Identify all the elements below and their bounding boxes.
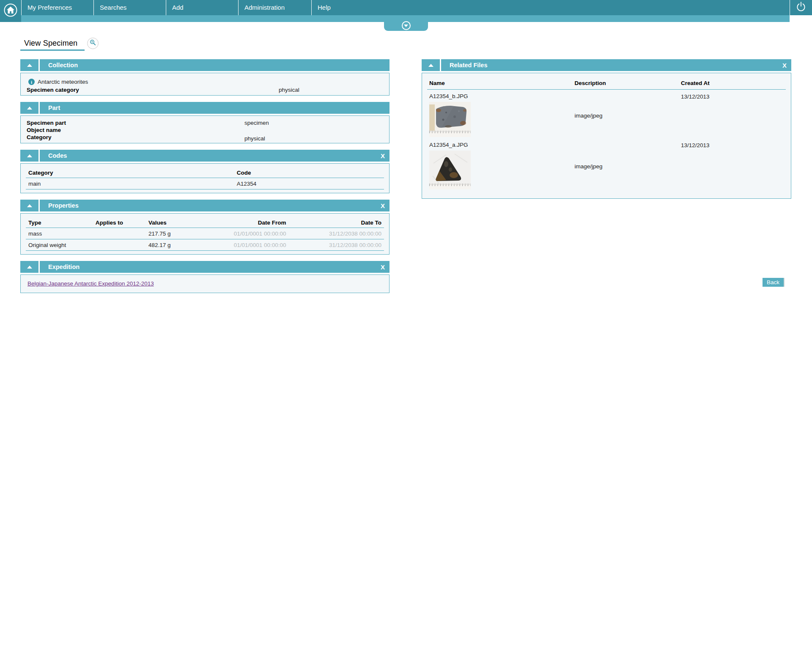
file-description: image/jpeg	[575, 93, 681, 138]
file-row: A12354_a.JPG	[427, 138, 786, 191]
properties-table-row: mass 217.75 g 01/01/0001 00:00:00 31/12/…	[26, 228, 384, 239]
logout-button[interactable]	[790, 0, 812, 15]
expedition-collapse-button[interactable]	[20, 261, 40, 273]
nav-item-searches[interactable]: Searches	[93, 0, 166, 15]
nav-item-help[interactable]: Help	[311, 0, 384, 15]
properties-column-type: Type	[28, 219, 96, 226]
related-files-column: Related Files X Name Description Created…	[422, 59, 791, 205]
files-column-name: Name	[429, 80, 575, 86]
expedition-panel-title: Expedition	[40, 263, 80, 270]
file-created-at: 13/12/2013	[681, 93, 784, 138]
properties-table-row: Original weight 482.17 g 01/01/0001 00:0…	[26, 239, 384, 251]
nav-label: My Preferences	[27, 4, 72, 11]
info-icon: i	[28, 79, 35, 85]
field-label-specimen-category: Specimen category	[27, 87, 79, 93]
triangle-up-icon	[27, 266, 32, 269]
properties-column-date-to: Date To	[286, 219, 381, 226]
expedition-link[interactable]: Belgian-Japanese Antarctic Expedition 20…	[27, 280, 154, 287]
home-button[interactable]	[0, 0, 21, 22]
property-date-to: 31/12/2038 00:00:00	[286, 230, 381, 237]
toolbar-expand-tab[interactable]	[384, 22, 428, 31]
triangle-up-icon	[27, 64, 32, 67]
file-created-at: 13/12/2013	[681, 142, 784, 191]
property-type: mass	[28, 230, 96, 237]
property-applies-to	[96, 242, 148, 248]
field-value-specimen-part: specimen	[244, 119, 269, 126]
property-value: 482.17 g	[148, 242, 205, 248]
top-navigation-bar: My Preferences Searches Add Administrati…	[0, 0, 812, 15]
nav-label: Searches	[100, 4, 126, 11]
nav-item-administration[interactable]: Administration	[238, 0, 311, 15]
property-date-from: 01/01/0001 00:00:00	[205, 230, 286, 237]
file-name: A12354_b.JPG	[429, 93, 575, 99]
triangle-up-icon	[428, 64, 433, 67]
part-collapse-button[interactable]	[20, 102, 40, 114]
codes-panel-title: Codes	[40, 152, 67, 159]
codes-column-code: Code	[237, 170, 381, 176]
properties-column-applies-to: Applies to	[96, 219, 148, 226]
view-options-button[interactable]	[87, 38, 99, 49]
file-row: A12354_b.JPG	[427, 90, 786, 138]
nav-label: Add	[172, 4, 184, 11]
power-icon	[795, 1, 807, 14]
triangle-up-icon	[27, 204, 32, 207]
triangle-up-icon	[27, 154, 32, 157]
collection-collapse-button[interactable]	[20, 59, 40, 71]
nav-label: Administration	[244, 4, 285, 11]
chevron-down-icon	[402, 21, 411, 30]
related-files-close-button[interactable]: X	[782, 62, 791, 69]
expedition-panel: Expedition X Belgian-Japanese Antarctic …	[20, 261, 390, 293]
page-title-underline	[20, 49, 85, 51]
file-description: image/jpeg	[575, 142, 681, 191]
files-column-created-at: Created At	[681, 80, 784, 86]
collection-name: Antarctic meteorites	[38, 79, 88, 85]
magnifier-icon	[90, 39, 96, 47]
property-date-to: 31/12/2038 00:00:00	[286, 242, 381, 248]
properties-collapse-button[interactable]	[20, 200, 40, 211]
related-files-panel-title: Related Files	[441, 62, 487, 69]
field-label-object-name: Object name	[27, 127, 61, 133]
property-type: Original weight	[28, 242, 96, 248]
file-thumbnail-a12354-a[interactable]	[429, 151, 575, 191]
property-date-from: 01/01/0001 00:00:00	[205, 242, 286, 248]
code-category-value: main	[28, 181, 237, 187]
nav-item-add[interactable]: Add	[166, 0, 238, 15]
collection-panel-title: Collection	[40, 62, 78, 69]
triangle-up-icon	[27, 107, 32, 110]
codes-panel: Codes X Category Code main A12354	[20, 150, 390, 193]
page-title: View Specimen	[24, 39, 77, 48]
part-panel-title: Part	[40, 104, 60, 111]
nav-item-my-preferences[interactable]: My Preferences	[21, 0, 93, 15]
related-files-collapse-button[interactable]	[422, 59, 441, 71]
codes-close-button[interactable]: X	[381, 152, 390, 159]
file-thumbnail-a12354-b[interactable]	[429, 102, 575, 138]
property-value: 217.75 g	[148, 230, 205, 237]
codes-collapse-button[interactable]	[20, 150, 40, 162]
properties-column-values: Values	[148, 219, 205, 226]
related-files-panel: Related Files X Name Description Created…	[422, 59, 791, 199]
field-value-category: physical	[244, 135, 265, 142]
part-panel: Part Specimen part specimen Object name …	[20, 102, 390, 143]
property-applies-to	[96, 230, 148, 237]
files-column-description: Description	[575, 80, 681, 86]
specimen-details-column: Collection i Antarctic meteorites Specim…	[20, 59, 390, 299]
field-label-specimen-part: Specimen part	[27, 120, 66, 126]
properties-close-button[interactable]: X	[381, 202, 390, 209]
codes-table-row: main A12354	[26, 178, 384, 189]
field-value-specimen-category: physical	[279, 86, 299, 93]
properties-panel-title: Properties	[40, 202, 79, 209]
file-name: A12354_a.JPG	[429, 142, 575, 148]
field-label-category: Category	[27, 134, 52, 140]
collection-panel: Collection i Antarctic meteorites Specim…	[20, 59, 390, 96]
expedition-close-button[interactable]: X	[381, 263, 390, 271]
codes-column-category: Category	[28, 170, 237, 176]
properties-panel: Properties X Type Applies to Values Date…	[20, 200, 390, 255]
back-button[interactable]: Back	[763, 278, 785, 287]
code-value: A12354	[237, 181, 381, 187]
properties-column-date-from: Date From	[205, 219, 286, 226]
nav-label: Help	[318, 4, 331, 11]
home-icon	[3, 3, 18, 19]
